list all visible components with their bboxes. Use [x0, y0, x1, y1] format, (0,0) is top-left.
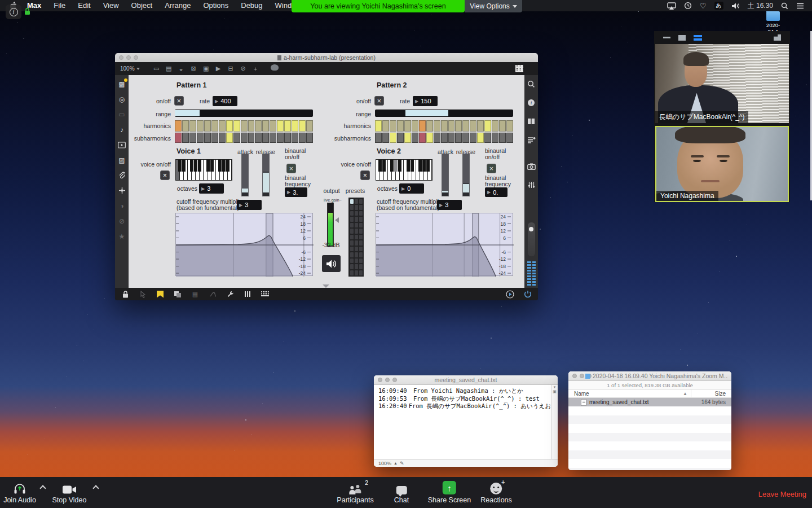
piano-black-key[interactable]: [198, 160, 201, 172]
notification-center-icon[interactable]: [796, 3, 804, 9]
number-box-icon[interactable]: ⊘: [239, 64, 248, 73]
preset-slot[interactable]: [355, 229, 358, 234]
attachments-icon[interactable]: [117, 171, 126, 179]
piano-black-key[interactable]: [210, 160, 214, 172]
rate-number-box[interactable]: ▶400: [213, 96, 237, 106]
piano-black-key[interactable]: [407, 160, 410, 172]
volume-icon[interactable]: [731, 2, 740, 10]
step-cell[interactable]: [211, 133, 218, 143]
step-cell[interactable]: [255, 120, 262, 132]
select-cursor-icon[interactable]: [138, 290, 147, 299]
menu-bar-clock[interactable]: 土 16.30: [748, 1, 773, 11]
preset-slot[interactable]: [350, 211, 354, 216]
preset-slot[interactable]: [350, 270, 354, 275]
attack-slider[interactable]: [442, 154, 449, 196]
step-cell[interactable]: [262, 120, 269, 132]
step-cell[interactable]: [426, 120, 433, 132]
preset-slot[interactable]: [355, 252, 358, 257]
preset-slot[interactable]: [355, 217, 358, 222]
participant-video-2-active[interactable]: Yoichi Nagashima: [655, 126, 789, 202]
step-cell[interactable]: [506, 120, 513, 132]
step-cell[interactable]: [492, 120, 498, 132]
step-cell[interactable]: [219, 133, 226, 143]
preset-slot[interactable]: [359, 211, 363, 216]
step-cell[interactable]: [477, 120, 484, 132]
disabled-icon[interactable]: ⊘: [117, 217, 126, 225]
minimize-button[interactable]: [580, 374, 584, 378]
audio-on-button[interactable]: [322, 255, 341, 272]
step-cell[interactable]: [404, 133, 411, 143]
chat-scrollbar[interactable]: ▾▣: [551, 385, 558, 459]
subharmonics-steps[interactable]: [175, 133, 313, 143]
preset-slot[interactable]: [359, 240, 363, 246]
step-cell[interactable]: [277, 133, 284, 143]
step-cell[interactable]: [182, 120, 189, 132]
preset-slot[interactable]: [359, 270, 363, 275]
step-cell[interactable]: [189, 133, 196, 143]
menu-item-arrange[interactable]: Arrange: [158, 0, 197, 11]
menu-item-edit[interactable]: Edit: [72, 0, 96, 11]
piano-roll-icon[interactable]: [243, 290, 252, 299]
preset-slot[interactable]: [350, 199, 354, 204]
preset-slot[interactable]: [359, 252, 363, 257]
close-button[interactable]: [572, 374, 577, 378]
zoom-stepper-icon[interactable]: ▲: [394, 461, 398, 465]
piano-black-key[interactable]: [206, 160, 210, 172]
step-cell[interactable]: [211, 120, 218, 132]
grid-toggle-icon[interactable]: [515, 65, 523, 72]
chat-title-bar[interactable]: meeting_saved_chat.txt: [374, 375, 558, 385]
step-cell[interactable]: [226, 120, 233, 132]
preset-slot[interactable]: [355, 205, 358, 210]
snapshot-camera-icon[interactable]: [527, 162, 536, 170]
preset-slot[interactable]: [350, 259, 354, 264]
piano-black-key[interactable]: [411, 160, 414, 172]
preset-slot[interactable]: [355, 240, 358, 246]
menu-item-file[interactable]: File: [47, 0, 72, 11]
harmonics-steps[interactable]: [375, 120, 513, 132]
menu-item-options[interactable]: Options: [197, 0, 235, 11]
cutoff-number-box[interactable]: ▶3: [237, 200, 262, 210]
preset-slot[interactable]: [359, 229, 363, 234]
step-cell[interactable]: [262, 133, 269, 143]
spotlight-icon[interactable]: [781, 2, 788, 10]
preset-grid[interactable]: [348, 198, 364, 277]
step-cell[interactable]: [375, 120, 382, 132]
preset-slot[interactable]: [355, 270, 358, 275]
preset-slot[interactable]: [350, 247, 354, 252]
piano-black-key[interactable]: [422, 160, 426, 172]
step-cell[interactable]: [277, 120, 284, 132]
preset-slot[interactable]: [355, 211, 358, 216]
reference-icon[interactable]: [527, 117, 536, 125]
gain-handle[interactable]: [335, 217, 339, 223]
lock-icon[interactable]: [121, 290, 130, 299]
leave-meeting-button[interactable]: Leave Meeting: [758, 490, 806, 498]
preset-slot[interactable]: [350, 264, 354, 269]
speaker-view-icon[interactable]: [678, 35, 686, 41]
gallery-view-icon[interactable]: [694, 35, 702, 41]
participant-video-1[interactable]: 長嶋のサブMacBookAir(^_^): [655, 44, 789, 123]
step-cell[interactable]: [204, 120, 211, 132]
preset-slot[interactable]: [359, 217, 363, 222]
preset-slot[interactable]: [355, 247, 358, 252]
search-icon[interactable]: [527, 80, 536, 88]
step-cell[interactable]: [226, 133, 233, 143]
playbar-icon[interactable]: [505, 290, 514, 299]
meeting-info-button[interactable]: i: [6, 5, 21, 19]
piano-black-key[interactable]: [418, 160, 422, 172]
voice-on-off-toggle[interactable]: ×: [160, 170, 170, 180]
preset-slot[interactable]: [359, 259, 363, 264]
piano-black-key[interactable]: [382, 160, 386, 172]
step-cell[interactable]: [477, 133, 484, 143]
exit-fullscreen-icon[interactable]: [774, 34, 781, 41]
max-title-bar[interactable]: a-harm-subharm-lab (presentation): [115, 53, 538, 62]
preset-slot[interactable]: [350, 252, 354, 257]
video-icon[interactable]: [117, 141, 126, 149]
step-cell[interactable]: [197, 120, 204, 132]
step-cell[interactable]: [382, 120, 389, 132]
mixer-icon[interactable]: [527, 181, 536, 189]
inspector-icon[interactable]: ▭: [117, 110, 126, 119]
step-cell[interactable]: [189, 120, 196, 132]
favorites-star-icon[interactable]: ★: [117, 232, 126, 240]
step-cell[interactable]: [434, 120, 440, 132]
step-cell[interactable]: [397, 133, 404, 143]
